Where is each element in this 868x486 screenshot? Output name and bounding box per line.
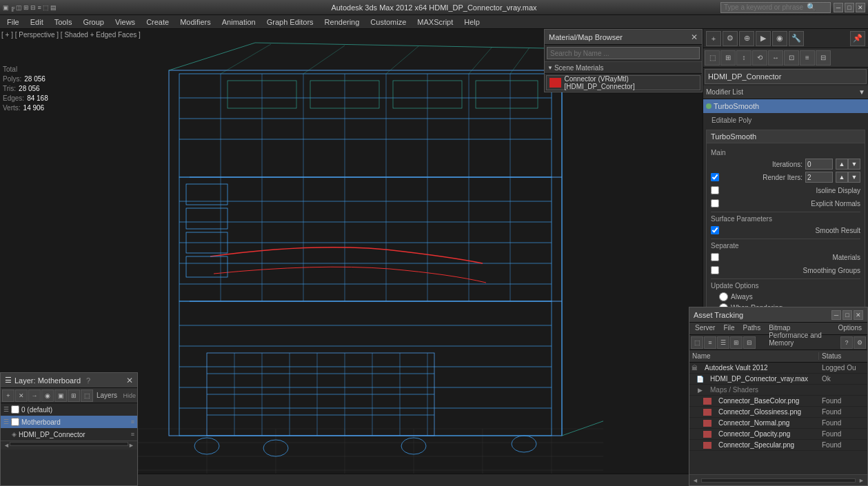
- asset-menu-paths[interactable]: Paths: [739, 323, 765, 334]
- asset-help[interactable]: ?: [840, 336, 853, 349]
- menu-modifiers[interactable]: Modifiers: [174, 17, 216, 28]
- asset-btn5[interactable]: ⊟: [743, 336, 756, 349]
- mod-tool-3[interactable]: ↕: [736, 50, 751, 65]
- explicit-check[interactable]: [711, 199, 719, 207]
- mod-tool-5[interactable]: ↔: [768, 50, 783, 65]
- layers-scroll-left[interactable]: ◄: [3, 442, 10, 449]
- maximize-button[interactable]: □: [845, 3, 854, 12]
- menu-animation[interactable]: Animation: [216, 17, 261, 28]
- asset-maximize[interactable]: □: [842, 310, 852, 320]
- asset-close[interactable]: ✕: [854, 310, 863, 320]
- layers-delete[interactable]: ✕: [15, 389, 28, 402]
- menu-rendering[interactable]: Rendering: [319, 17, 365, 28]
- tb-btn5[interactable]: ≡: [37, 4, 41, 11]
- titlebar-search[interactable]: 🔍: [720, 2, 831, 13]
- asset-scroll-track[interactable]: [701, 478, 856, 483]
- asset-row-maxfile[interactable]: 📄 HDMI_DP_Connector_vray.max Ok: [689, 374, 867, 385]
- layer-row-hdmi[interactable]: ◈ HDMI_DP_Connector ≡: [1, 428, 137, 441]
- search-input[interactable]: [724, 3, 807, 11]
- asset-menu-server[interactable]: Server: [691, 323, 719, 334]
- mod-tool-2[interactable]: ⊞: [720, 50, 736, 65]
- materials-check[interactable]: [711, 253, 719, 261]
- modifier-list-dropdown[interactable]: ▼: [858, 88, 865, 96]
- material-browser-close[interactable]: ✕: [691, 32, 698, 42]
- modifier-item-editpoly[interactable]: Editable Poly: [703, 113, 868, 127]
- layers-tool5[interactable]: ⊞: [68, 389, 80, 402]
- iterations-down[interactable]: ▼: [848, 159, 860, 170]
- asset-row-glossiness[interactable]: Connector_Glossiness.png Found: [689, 407, 867, 418]
- asset-row-specular[interactable]: Connector_Specular.png Found: [689, 440, 867, 451]
- asset-menu-bitmap[interactable]: Bitmap Performance and Memory: [765, 323, 834, 334]
- pin-icon[interactable]: 📌: [850, 31, 865, 46]
- menu-group[interactable]: Group: [77, 17, 110, 28]
- hierarchy-icon[interactable]: ⊕: [739, 31, 754, 46]
- asset-scroll-right[interactable]: ►: [858, 477, 865, 484]
- menu-edit[interactable]: Edit: [25, 17, 49, 28]
- tb-btn7[interactable]: ▤: [50, 4, 57, 11]
- menu-views[interactable]: Views: [110, 17, 141, 28]
- asset-row-basecolor[interactable]: Connector_BaseColor.png Found: [689, 396, 867, 407]
- smooth-groups-check[interactable]: [711, 266, 719, 274]
- modifier-item-turbosm[interactable]: TurboSmooth: [703, 99, 868, 113]
- menu-customize[interactable]: Customize: [365, 17, 412, 28]
- modify-icon[interactable]: ⚙: [723, 31, 738, 46]
- asset-row-opacity[interactable]: Connector_Opacity.png Found: [689, 429, 867, 440]
- asset-row-vault[interactable]: 🏛 Autodesk Vault 2012 Logged Ou: [689, 363, 867, 374]
- mod-tool-1[interactable]: ⬚: [705, 50, 720, 65]
- layers-add-sel[interactable]: →: [28, 389, 41, 402]
- layers-new[interactable]: +: [2, 389, 14, 402]
- motion-icon[interactable]: ▶: [756, 31, 771, 46]
- render-iters-input[interactable]: [805, 172, 833, 183]
- always-radio[interactable]: [719, 292, 728, 301]
- layers-sel-obj[interactable]: ◉: [41, 389, 54, 402]
- smooth-result-check[interactable]: [711, 226, 719, 234]
- layers-tool6[interactable]: ⬚: [81, 389, 93, 402]
- menu-tools[interactable]: Tools: [49, 17, 78, 28]
- display-icon[interactable]: ◉: [772, 31, 787, 46]
- asset-menu-file[interactable]: File: [719, 323, 738, 334]
- layer-check-default[interactable]: [11, 405, 19, 414]
- isoline-check[interactable]: [711, 186, 719, 194]
- menu-file[interactable]: File: [1, 17, 25, 28]
- material-search-input[interactable]: [547, 47, 700, 59]
- layers-scroll-right[interactable]: ►: [128, 442, 134, 449]
- asset-settings[interactable]: ⚙: [854, 336, 866, 349]
- material-search[interactable]: [545, 45, 702, 61]
- tb-btn4[interactable]: ⊟: [30, 4, 36, 11]
- asset-row-maps[interactable]: ▶ Maps / Shaders: [689, 385, 867, 396]
- layers-help[interactable]: ?: [86, 376, 90, 385]
- material-item[interactable]: Connector (VRayMtl) [HDMI_DP_Connector]: [546, 75, 700, 90]
- mod-tool-4[interactable]: ⟲: [752, 50, 767, 65]
- minimize-button[interactable]: ─: [834, 3, 843, 12]
- tb-btn1[interactable]: ╔: [10, 4, 14, 11]
- menu-maxscript[interactable]: MAXScript: [412, 17, 458, 28]
- asset-scroll-left[interactable]: ◄: [692, 477, 698, 484]
- menu-help[interactable]: Help: [458, 17, 485, 28]
- tb-btn3[interactable]: ⊞: [23, 4, 29, 11]
- iterations-input[interactable]: [805, 159, 833, 170]
- utilities-icon[interactable]: 🔧: [789, 31, 804, 46]
- layers-scroll-track[interactable]: [10, 442, 128, 446]
- asset-row-normal[interactable]: Connector_Normal.png Found: [689, 418, 867, 429]
- asset-btn2[interactable]: ≡: [704, 336, 716, 349]
- tb-btn6[interactable]: ⬚: [43, 4, 49, 11]
- close-button[interactable]: ✕: [856, 3, 865, 12]
- asset-menu-options[interactable]: Options: [834, 323, 866, 334]
- layer-check-motherboard[interactable]: [11, 418, 19, 426]
- asset-btn1[interactable]: ⬚: [691, 336, 703, 349]
- menu-create[interactable]: Create: [141, 17, 174, 28]
- asset-btn3[interactable]: ☰: [717, 336, 729, 349]
- layers-cur-layer[interactable]: ▣: [54, 389, 67, 402]
- iterations-up[interactable]: ▲: [836, 159, 848, 170]
- tb-btn2[interactable]: ◫: [16, 4, 22, 11]
- mod-tool-7[interactable]: ≡: [800, 50, 815, 65]
- mod-tool-8[interactable]: ⊟: [816, 50, 831, 65]
- layer-row-motherboard[interactable]: ☰ Motherboard ≡: [1, 416, 137, 428]
- render-iters-check[interactable]: [711, 173, 719, 181]
- render-iters-up[interactable]: ▲: [836, 172, 848, 183]
- menu-graph-editors[interactable]: Graph Editors: [261, 17, 319, 28]
- layers-close[interactable]: ✕: [126, 376, 133, 385]
- render-iters-down[interactable]: ▼: [848, 172, 860, 183]
- asset-btn4[interactable]: ⊞: [730, 336, 743, 349]
- create-icon[interactable]: +: [706, 31, 721, 46]
